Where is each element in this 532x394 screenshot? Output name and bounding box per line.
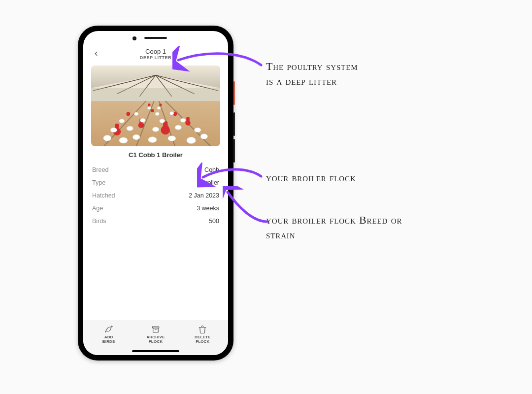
archive-icon xyxy=(151,325,160,334)
svg-point-44 xyxy=(155,112,159,116)
bird-plus-icon xyxy=(104,325,113,334)
svg-point-46 xyxy=(148,107,151,109)
header-titles: Coop 1 DEEP LITTER xyxy=(89,48,222,60)
svg-rect-21 xyxy=(186,117,190,122)
detail-row-age: Age 3 weeks xyxy=(92,202,219,215)
svg-point-23 xyxy=(151,109,154,112)
annotation-broiler-flock: your broiler flock xyxy=(266,170,424,185)
detail-label: Breed xyxy=(92,166,108,173)
svg-point-42 xyxy=(180,118,185,122)
svg-point-33 xyxy=(200,134,207,139)
detail-row-breed: Breed Cobb xyxy=(92,164,219,176)
status-bar xyxy=(83,31,228,45)
delete-flock-button[interactable]: DELETEFLOCK xyxy=(179,325,226,344)
detail-row-birds: Birds 500 xyxy=(92,215,219,228)
home-indicator xyxy=(83,347,228,355)
svg-point-41 xyxy=(160,119,165,123)
power-button xyxy=(233,81,235,105)
action-label: ARCHIVEFLOCK xyxy=(146,335,165,344)
add-birds-button[interactable]: ADDBIRDS xyxy=(85,325,132,344)
archive-flock-button[interactable]: ARCHIVEFLOCK xyxy=(132,325,179,344)
svg-rect-8 xyxy=(91,88,220,101)
detail-label: Type xyxy=(92,179,105,186)
svg-point-32 xyxy=(187,137,196,143)
svg-point-43 xyxy=(134,112,138,116)
svg-point-26 xyxy=(159,103,162,106)
page-subtitle: DEEP LITTER xyxy=(89,55,222,60)
svg-point-31 xyxy=(168,136,176,141)
volume-down-button xyxy=(233,139,235,163)
svg-point-30 xyxy=(148,137,157,143)
detail-value: Broiler xyxy=(201,179,219,186)
action-label: ADDBIRDS xyxy=(102,335,115,344)
detail-label: Hatched xyxy=(92,192,115,199)
svg-point-35 xyxy=(127,126,133,131)
trash-icon xyxy=(198,325,207,334)
detail-value: 500 xyxy=(209,218,219,225)
svg-point-36 xyxy=(152,127,159,131)
volume-up-button xyxy=(233,112,235,136)
detail-value: 2 Jan 2023 xyxy=(189,192,219,199)
flock-photo[interactable] xyxy=(91,66,220,146)
svg-point-34 xyxy=(110,128,117,132)
svg-point-27 xyxy=(103,135,111,141)
detail-value: 3 weeks xyxy=(197,205,219,212)
svg-rect-49 xyxy=(153,328,159,332)
flock-title: C1 Cobb 1 Broiler xyxy=(83,151,228,159)
svg-point-25 xyxy=(148,103,150,106)
detail-row-type: Type Broiler xyxy=(92,176,219,189)
front-camera xyxy=(133,36,136,40)
svg-point-28 xyxy=(119,137,128,143)
detail-row-hatched: Hatched 2 Jan 2023 xyxy=(92,189,219,202)
detail-label: Age xyxy=(92,205,103,212)
annotation-breed-strain: your broiler flock Breed or strain xyxy=(266,213,433,242)
flock-details: Breed Cobb Type Broiler Hatched 2 Jan 20… xyxy=(83,164,228,228)
app-header: Coop 1 DEEP LITTER xyxy=(83,45,228,64)
annotation-poultry-system: The poultry system is a deep litter xyxy=(266,59,429,88)
detail-value: Cobb xyxy=(204,166,219,173)
svg-point-40 xyxy=(140,118,145,122)
detail-label: Birds xyxy=(92,218,106,225)
svg-point-37 xyxy=(175,125,181,130)
svg-point-22 xyxy=(126,112,130,116)
phone-frame: Coop 1 DEEP LITTER xyxy=(78,26,233,361)
svg-point-45 xyxy=(170,112,174,115)
speaker-slot xyxy=(144,37,167,39)
svg-point-29 xyxy=(133,134,139,139)
svg-point-39 xyxy=(119,119,124,123)
page-title: Coop 1 xyxy=(89,48,222,55)
bottom-action-bar: ADDBIRDS ARCHIVEFLOCK DELETEFLOCK xyxy=(83,320,228,347)
phone-screen: Coop 1 DEEP LITTER xyxy=(83,31,228,355)
poultry-house-illustration xyxy=(91,66,220,146)
svg-point-47 xyxy=(157,107,161,109)
svg-point-38 xyxy=(195,128,201,132)
action-label: DELETEFLOCK xyxy=(195,335,211,344)
